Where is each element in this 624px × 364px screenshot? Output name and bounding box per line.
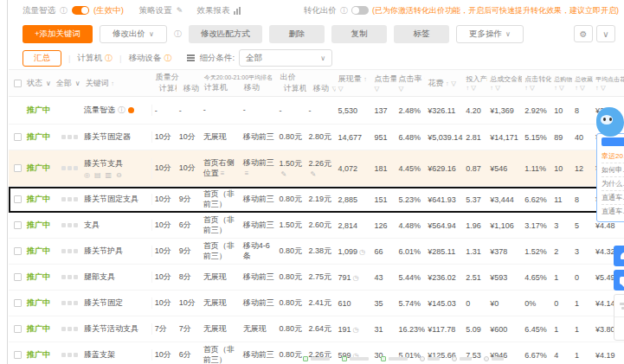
filter-select[interactable]: 全部∨ — [239, 49, 332, 67]
keyword-label[interactable]: 膝关节活动支具 — [84, 323, 138, 335]
roi-header[interactable]: 投入产出比↑ ▽ — [463, 70, 487, 96]
row-checkbox[interactable] — [14, 325, 22, 333]
feature-guide-button[interactable] — [614, 295, 624, 317]
cvr-header[interactable]: 点击转化率↑ ▽ — [522, 70, 551, 96]
keyword-label[interactable]: 流量智选 — [84, 105, 115, 116]
table-row[interactable]: 推广中 膝关节活动支具 ⓘ ◎ ▤ ▥ ⊖ 7分 7分 无展现≡ 无展现≡ 0.… — [9, 316, 624, 342]
notification-button[interactable] — [614, 246, 624, 266]
report-icon[interactable]: ▤ — [94, 171, 101, 179]
table-row[interactable]: 推广中 膝关节固定支具 ⓘ ◎ ▤ ▥ ⊖ 10分 9分 首页（非前三）≡ 移动… — [9, 187, 624, 213]
avg-rank-mobile: 移动前三≡ — [241, 220, 277, 230]
keyword-label[interactable]: 腿部支具 — [84, 271, 115, 283]
insight-icon[interactable]: ◎ — [84, 171, 90, 179]
edit-bid-icon[interactable]: ✎ — [281, 170, 287, 178]
keyword-label[interactable]: 膝关节支具 — [84, 158, 123, 169]
faq-item[interactable]: 直通车…广计划 — [601, 205, 624, 218]
status-badge: 推广中 — [24, 105, 59, 116]
strategy-settings-link[interactable]: 策略设置 — [139, 5, 172, 16]
quality-score-mobile: 7分 — [177, 323, 201, 335]
carts-header[interactable]: 总购物车数↑ ▽ — [551, 70, 572, 96]
faq-item[interactable]: 直通车…广 — [601, 191, 624, 205]
keyword-label[interactable]: 膝关节固定 — [84, 297, 123, 309]
ctr-value: 6.01% — [396, 247, 425, 256]
chart-icon[interactable]: ▥ — [105, 171, 112, 179]
table-body: 推广中 流量智选 ⓘ ◎ ▤ ▥ ⊖ - - -≡ -≡ -✎ -✎ 5,530… — [9, 97, 624, 364]
row-checkbox[interactable] — [14, 247, 22, 255]
bar-chart-icon[interactable] — [234, 7, 241, 15]
keyword-label[interactable]: 支具 — [84, 220, 100, 231]
back-to-top-button[interactable] — [614, 317, 624, 340]
row-indicator-icons — [59, 275, 81, 279]
row-checkbox[interactable] — [14, 164, 22, 172]
tab-pc[interactable]: 计算机ⓘ — [77, 53, 113, 64]
row-checkbox[interactable] — [14, 195, 22, 203]
column-settings-button[interactable]: ⚙ — [574, 25, 593, 42]
table-row[interactable]: 推广中 支具 ⓘ ◎ ▤ ▥ ⊖ 10分 6分 首页（非前三）≡ 移动前三≡ 1… — [9, 213, 624, 239]
legend-check-icon — [303, 356, 308, 361]
clicks-header[interactable]: 点击量 ↓▽ — [372, 70, 396, 96]
avg-rank-mobile: 移动4-6条≡ — [241, 241, 277, 261]
carts-value: 1 — [551, 273, 572, 282]
favs-header[interactable]: 总收藏数↑ ▽ — [572, 70, 593, 96]
clicks-value: 137 — [371, 106, 396, 115]
copy-button[interactable]: 复制 — [331, 25, 387, 43]
bid-header-group[interactable]: 出价 计算机▽移动▽ — [277, 70, 336, 96]
carts-value: 10 — [551, 106, 572, 115]
row-checkbox[interactable] — [14, 221, 22, 229]
row-checkbox[interactable] — [14, 273, 22, 281]
edit-bid-icon[interactable]: ✎ — [311, 170, 317, 178]
rank-detail-icon[interactable]: ≡ — [221, 169, 225, 177]
impressions-value: 191◷ — [335, 325, 371, 334]
delete-button[interactable]: 删除 — [269, 25, 325, 43]
modify-match-button[interactable]: 修改匹配方式 — [189, 25, 262, 43]
remove-icon[interactable]: ⊖ — [116, 171, 122, 179]
impressions-header[interactable]: 展现量 ↑▽ — [336, 70, 372, 96]
table-row[interactable]: 推广中 腿部支具 ⓘ ◎ ▤ ▥ ⊖ 10分 8分 无展现≡ 移动前三≡ 0.8… — [9, 265, 624, 291]
add-keyword-button[interactable]: +添加关键词 — [23, 25, 93, 43]
row-checkbox[interactable] — [14, 299, 22, 307]
table-row[interactable]: 推广中 膝关节固定 ⓘ ◎ ▤ ▥ ⊖ 10分 10分 无展现≡ 移动前三≡ 0… — [9, 291, 624, 316]
tag-button[interactable]: 标签 — [394, 25, 449, 43]
faq-item[interactable]: 幸运20… — [601, 150, 624, 163]
conversion-bid-toggle[interactable] — [351, 6, 369, 15]
more-actions-dropdown[interactable]: 更多操作∨ — [456, 25, 524, 43]
tab-summary[interactable]: 汇总 — [23, 50, 61, 67]
collapse-button[interactable]: ∨ — [596, 25, 615, 42]
table-row[interactable]: 推广中 膝关节固定器 ⓘ ◎ ▤ ▥ ⊖ 10分 10分 无展现≡ 移动前三≡ … — [9, 125, 624, 150]
chat-button[interactable] — [614, 270, 624, 291]
row-checkbox[interactable] — [14, 351, 22, 359]
modify-bid-dropdown[interactable]: 修改出价∨ — [100, 25, 167, 43]
roi-value: 0.87 — [463, 164, 487, 173]
clicks-value: 31 — [371, 325, 396, 334]
table-row[interactable]: 推广中 膝关节支具 ⓘ ◎ ▤ ▥ ⊖ 10分 10分 首页右侧位置≡ 移动前三… — [9, 150, 624, 187]
effect-report-link[interactable]: 效果报表 — [196, 5, 229, 16]
status-filter-header[interactable]: 全部∨ — [56, 78, 80, 89]
table-row[interactable]: 推广中 膝关节护具 ⓘ ◎ ▤ ▥ ⊖ 10分 9分 首页（非前三）≡ 移动4-… — [9, 239, 624, 265]
select-all-checkbox[interactable] — [14, 80, 22, 87]
mascot-icon[interactable] — [596, 107, 624, 137]
keyword-header[interactable]: 关键词 ↑ — [86, 78, 114, 89]
keyword-label[interactable]: 膝盖支架 — [84, 349, 115, 361]
avg-cpc-header[interactable]: 平均点击花费↑ ▽ — [593, 70, 624, 96]
cost-value: ¥564.94 — [425, 221, 463, 230]
row-checkbox[interactable] — [14, 133, 22, 141]
table-row[interactable]: 推广中 流量智选 ⓘ ◎ ▤ ▥ ⊖ - - -≡ -≡ -✎ -✎ 5,530… — [9, 97, 624, 125]
rank-detail-icon[interactable]: ≡ — [245, 169, 249, 177]
revenue-header[interactable]: 总成交金额↑ ▽ — [487, 70, 522, 96]
status-header[interactable]: 状态∨ — [27, 78, 51, 89]
faq-item[interactable]: 为什么…过日限… — [601, 177, 624, 191]
smart-traffic-status: (生效中) — [93, 5, 124, 16]
keyword-label[interactable]: 膝关节护具 — [84, 246, 123, 257]
tab-mobile[interactable]: 移动设备ⓘ — [128, 53, 171, 64]
chat-icon — [620, 277, 624, 284]
keyword-label[interactable]: 膝关节固定支具 — [84, 194, 138, 205]
cost-header[interactable]: 花费 ↑ ▽ — [425, 70, 463, 96]
pencil-icon[interactable]: ✎ — [177, 6, 183, 15]
quality-score-header-group[interactable]: 质量分 计算机▽移动▽ — [152, 70, 201, 96]
faq-item[interactable]: 如何申…图片功… — [601, 163, 624, 177]
avg-rank-pc: 无展现≡ — [201, 324, 241, 334]
smart-traffic-toggle[interactable] — [72, 6, 89, 15]
ctr-header[interactable]: 点击率 ↑▽ — [396, 70, 426, 96]
quality-score-mobile: - — [177, 106, 201, 115]
keyword-label[interactable]: 膝关节固定器 — [84, 131, 131, 143]
